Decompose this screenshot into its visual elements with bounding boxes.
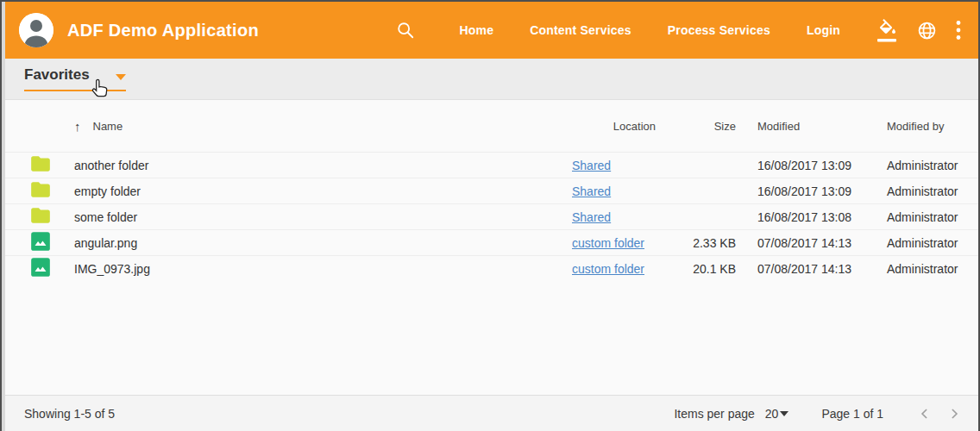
user-avatar[interactable] — [19, 13, 53, 47]
location-link[interactable]: Shared — [572, 159, 611, 172]
globe-icon — [917, 21, 937, 41]
pagination-bar: Showing 1-5 of 5 Items per page 20 Page … — [5, 395, 978, 431]
image-icon — [29, 256, 52, 281]
favorites-dropdown[interactable]: Favorites — [24, 66, 126, 91]
search-button[interactable] — [396, 21, 415, 40]
file-name: another folder — [74, 159, 572, 172]
file-size: 2.33 KB — [680, 236, 736, 250]
column-header-name[interactable]: ↑ Name — [74, 119, 572, 134]
folder-icon — [29, 178, 52, 203]
nav-item-process-services[interactable]: Process Services — [650, 23, 788, 37]
view-toolbar: Favorites — [5, 59, 978, 100]
app-window: ADF Demo Application Home Content Servic… — [0, 0, 980, 431]
chevron-left-icon — [916, 405, 933, 422]
nav-item-home[interactable]: Home — [441, 23, 512, 37]
column-header-modified[interactable]: Modified — [736, 120, 878, 133]
favorites-dropdown-label: Favorites — [24, 66, 90, 84]
chevron-right-icon — [945, 405, 963, 422]
modified-date: 07/08/2017 14:13 — [736, 262, 878, 276]
main-nav: Home Content Services Process Services L… — [441, 23, 858, 37]
file-name: some folder — [74, 210, 572, 224]
items-per-page-value: 20 — [765, 407, 779, 421]
table-row[interactable]: some folder Shared 16/08/2017 13:08 Admi… — [5, 204, 978, 230]
file-name: IMG_0973.jpg — [74, 262, 572, 276]
table-body: another folder Shared 16/08/2017 13:09 A… — [5, 153, 978, 281]
location-link[interactable]: custom folder — [572, 262, 644, 276]
modified-date: 16/08/2017 13:09 — [736, 159, 878, 172]
modified-by: Administrator — [878, 262, 970, 276]
modified-date: 07/08/2017 14:13 — [736, 236, 878, 250]
table-header-row: ↑ Name Location Size Modified Modified b… — [5, 100, 978, 153]
nav-item-content-services[interactable]: Content Services — [512, 23, 650, 37]
modified-by: Administrator — [878, 159, 970, 172]
location-link[interactable]: Shared — [572, 210, 611, 224]
file-name: empty folder — [74, 184, 572, 198]
location-link[interactable]: custom folder — [572, 236, 644, 250]
modified-by: Administrator — [878, 184, 970, 198]
more-vert-icon — [956, 20, 961, 41]
table-row[interactable]: another folder Shared 16/08/2017 13:09 A… — [5, 153, 978, 178]
table-row[interactable]: angular.png custom folder 2.33 KB 07/08/… — [5, 230, 978, 256]
image-icon — [29, 230, 52, 255]
folder-icon — [29, 204, 52, 229]
more-menu-button[interactable] — [956, 20, 961, 41]
table-row[interactable]: empty folder Shared 16/08/2017 13:09 Adm… — [5, 178, 978, 204]
chevron-down-icon — [780, 411, 788, 416]
search-icon — [396, 21, 415, 40]
chevron-down-icon — [116, 74, 126, 80]
format-color-fill-icon — [877, 19, 898, 42]
folder-icon — [29, 153, 52, 178]
next-page-button[interactable] — [945, 405, 963, 422]
modified-by: Administrator — [878, 210, 970, 224]
items-per-page-select[interactable]: Items per page 20 — [674, 407, 788, 421]
column-header-size[interactable]: Size — [680, 120, 736, 133]
nav-item-login[interactable]: Login — [788, 23, 858, 37]
showing-range-label: Showing 1-5 of 5 — [24, 407, 115, 421]
theme-picker-button[interactable] — [877, 19, 898, 42]
modified-date: 16/08/2017 13:09 — [736, 184, 878, 198]
document-list: ↑ Name Location Size Modified Modified b… — [5, 100, 978, 395]
app-header: ADF Demo Application Home Content Servic… — [5, 2, 978, 59]
person-icon — [19, 13, 53, 47]
location-link[interactable]: Shared — [572, 184, 611, 198]
modified-by: Administrator — [878, 236, 970, 250]
sort-asc-icon: ↑ — [74, 119, 81, 134]
column-header-location[interactable]: Location — [572, 120, 680, 133]
language-button[interactable] — [917, 21, 937, 41]
table-row[interactable]: IMG_0973.jpg custom folder 20.1 KB 07/08… — [5, 256, 978, 281]
previous-page-button[interactable] — [916, 405, 933, 422]
file-size: 20.1 KB — [680, 262, 736, 276]
modified-date: 16/08/2017 13:08 — [736, 210, 878, 224]
app-title: ADF Demo Application — [67, 21, 259, 41]
file-name: angular.png — [74, 236, 572, 250]
page-status-label: Page 1 of 1 — [821, 407, 883, 421]
items-per-page-label: Items per page — [674, 407, 754, 421]
column-header-modified-by[interactable]: Modified by — [878, 120, 970, 133]
